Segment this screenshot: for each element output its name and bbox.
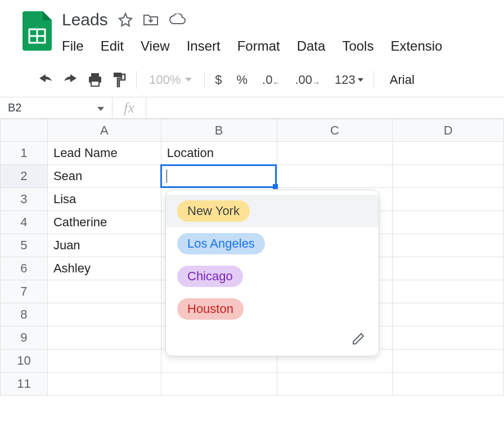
spreadsheet-grid: A B C D 1 Lead Name Location 2 Sean 3 Li… [0, 119, 504, 396]
star-icon[interactable] [118, 12, 133, 27]
formula-bar: B2 fx [0, 97, 504, 119]
paint-format-icon[interactable] [112, 73, 126, 87]
font-selector[interactable]: Arial [384, 73, 415, 87]
row-header-9[interactable]: 9 [1, 326, 48, 350]
more-formats-button[interactable]: 123 [335, 73, 363, 87]
cloud-status-icon[interactable] [169, 14, 186, 26]
decrease-decimal-button[interactable]: .0← [262, 73, 280, 87]
cell-c11[interactable] [277, 373, 393, 396]
chip-label: Los Angeles [177, 233, 265, 254]
menu-format[interactable]: Format [237, 38, 280, 54]
chip-label: Houston [177, 298, 244, 320]
svg-rect-3 [91, 73, 99, 77]
column-header-b[interactable]: B [161, 119, 277, 142]
chip-label: New York [177, 200, 250, 222]
cell-a10[interactable] [47, 350, 161, 373]
fx-label: fx [112, 97, 146, 118]
undo-icon[interactable] [38, 74, 53, 86]
zoom-selector[interactable]: 100% [147, 73, 194, 87]
column-header-a[interactable]: A [47, 119, 161, 142]
menu-data[interactable]: Data [297, 38, 326, 54]
history-group [38, 73, 126, 87]
name-box[interactable]: B2 [0, 97, 112, 118]
cell-d1[interactable] [393, 142, 504, 165]
menu-edit[interactable]: Edit [101, 38, 124, 54]
row-header-2[interactable]: 2 [1, 165, 48, 188]
chevron-down-icon [185, 78, 192, 82]
dropdown-option-los-angeles[interactable]: Los Angeles [166, 227, 379, 260]
row-header-1[interactable]: 1 [1, 142, 48, 165]
sheets-logo[interactable] [22, 11, 52, 53]
cell-d7[interactable] [393, 280, 504, 303]
row-header-6[interactable]: 6 [1, 257, 48, 280]
chip-label: Chicago [177, 266, 243, 287]
zoom-value: 100% [149, 73, 181, 87]
dropdown-option-new-york[interactable]: New York [166, 195, 379, 227]
cell-d11[interactable] [393, 373, 504, 396]
column-header-c[interactable]: C [277, 119, 393, 142]
chevron-down-icon [97, 101, 104, 114]
cell-a6[interactable]: Ashley [47, 257, 161, 280]
row-header-7[interactable]: 7 [1, 280, 48, 303]
row-header-10[interactable]: 10 [1, 350, 48, 373]
cell-b2[interactable] [161, 165, 277, 188]
currency-button[interactable]: $ [215, 73, 222, 87]
cell-a11[interactable] [47, 373, 161, 396]
separator [374, 71, 374, 89]
cell-d6[interactable] [393, 257, 504, 280]
move-icon[interactable] [143, 13, 159, 26]
cell-d4[interactable] [393, 211, 504, 234]
cell-a3[interactable]: Lisa [47, 188, 161, 211]
validation-dropdown: New York Los Angeles Chicago Houston [165, 190, 379, 356]
cell-a9[interactable] [47, 326, 161, 350]
row-header-4[interactable]: 4 [1, 211, 48, 234]
cell-b11[interactable] [161, 373, 277, 396]
cell-d9[interactable] [393, 326, 504, 350]
select-all-corner[interactable] [1, 119, 48, 142]
cell-a5[interactable]: Juan [47, 234, 161, 257]
number-format-group: $ % .0← .00→ 123 [215, 73, 363, 87]
cell-reference: B2 [8, 101, 21, 114]
menu-file[interactable]: File [62, 38, 84, 54]
cell-d8[interactable] [393, 303, 504, 326]
doc-info: Leads File Edit View Insert Format Data … [62, 7, 504, 54]
svg-rect-5 [91, 81, 99, 86]
cell-a2[interactable]: Sean [47, 165, 161, 188]
cell-a1[interactable]: Lead Name [47, 142, 161, 165]
cell-c1[interactable] [277, 142, 393, 165]
row-header-5[interactable]: 5 [1, 234, 48, 257]
separator [136, 71, 137, 89]
row-header-3[interactable]: 3 [1, 188, 48, 211]
dropdown-option-houston[interactable]: Houston [166, 293, 379, 325]
title-row: Leads [62, 7, 504, 29]
cell-a4[interactable]: Catherine [47, 211, 161, 234]
cell-d3[interactable] [393, 188, 504, 211]
cell-a7[interactable] [47, 280, 161, 303]
doc-title[interactable]: Leads [62, 10, 108, 29]
cell-a8[interactable] [47, 303, 161, 326]
cell-c2[interactable] [277, 165, 393, 188]
percent-button[interactable]: % [237, 73, 248, 87]
toolbar: 100% $ % .0← .00→ 123 Arial [0, 63, 504, 97]
redo-icon[interactable] [63, 74, 78, 86]
print-icon[interactable] [88, 73, 102, 87]
menu-extensions[interactable]: Extensio [390, 38, 442, 54]
cell-d5[interactable] [393, 234, 504, 257]
menu-view[interactable]: View [141, 38, 170, 54]
separator [204, 71, 205, 89]
header: Leads File Edit View Insert Format Data … [0, 0, 504, 54]
cell-b1[interactable]: Location [161, 142, 277, 165]
dropdown-option-chicago[interactable]: Chicago [166, 260, 379, 293]
row-header-11[interactable]: 11 [1, 373, 48, 396]
cell-d10[interactable] [393, 350, 504, 373]
pencil-icon[interactable] [352, 332, 365, 348]
column-header-d[interactable]: D [393, 119, 504, 142]
menu-insert[interactable]: Insert [187, 38, 220, 54]
dropdown-footer [166, 325, 379, 356]
menu-bar: File Edit View Insert Format Data Tools … [62, 29, 504, 54]
menu-tools[interactable]: Tools [342, 38, 374, 54]
row-header-8[interactable]: 8 [1, 303, 48, 326]
formula-input[interactable] [146, 97, 504, 118]
cell-d2[interactable] [393, 165, 504, 188]
increase-decimal-button[interactable]: .00→ [295, 73, 320, 87]
